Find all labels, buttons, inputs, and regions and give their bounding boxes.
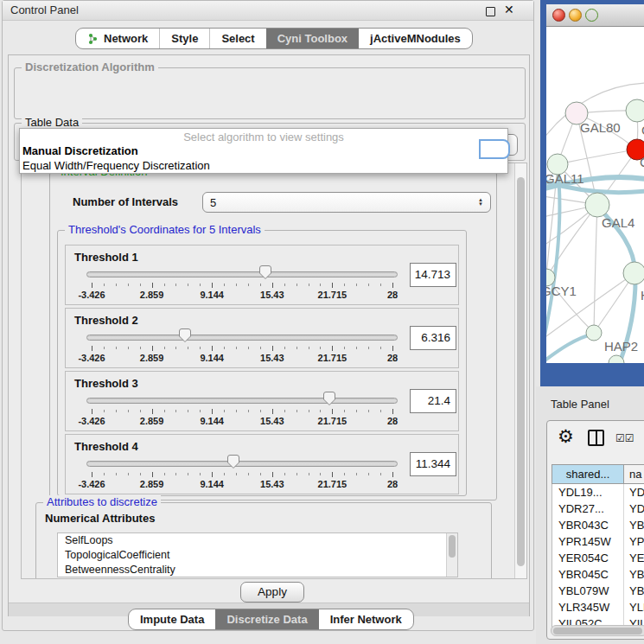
slider-track[interactable] <box>86 398 398 404</box>
numerical-attributes-list[interactable]: SelfLoopsTopologicalCoefficientBetweenne… <box>57 532 458 577</box>
tick-label: 15.43 <box>248 353 296 363</box>
tab-label: Infer Network <box>330 613 402 626</box>
cell-name[interactable]: YDR2 <box>624 501 644 517</box>
slider-ticks <box>66 283 458 290</box>
gear-icon[interactable]: ⚙ <box>558 426 574 447</box>
list-scrollbar[interactable] <box>446 533 457 577</box>
tab-infer-network[interactable]: Infer Network <box>319 609 413 629</box>
interval-definition-group: Interval Definition Number of Intervals … <box>49 172 497 501</box>
cell-name[interactable]: YER0 <box>624 550 644 566</box>
tick-label: -3.426 <box>67 353 116 363</box>
tab-style[interactable]: Style <box>159 29 209 48</box>
table-row[interactable]: YER054CYER0 <box>552 550 644 566</box>
cell-name[interactable]: YBL0 <box>624 583 644 599</box>
slider-track[interactable] <box>86 271 398 277</box>
column-header-shared-name[interactable]: shared... <box>552 465 624 483</box>
slider-thumb[interactable] <box>258 265 272 280</box>
slider-ticks <box>66 409 458 416</box>
table-row[interactable]: YBR043CYBR0 <box>552 517 644 533</box>
cell-shared-name[interactable]: YBR045C <box>552 566 624 583</box>
table-horizontal-scrollbar[interactable] <box>551 625 644 636</box>
tab-network[interactable]: Network <box>76 29 159 48</box>
tick-label: 9.144 <box>188 353 236 363</box>
number-of-intervals-combobox[interactable]: 5 ▲▼ <box>202 192 491 213</box>
threshold-value-field[interactable]: 11.344 <box>410 452 456 476</box>
cell-name[interactable]: YDL1 <box>624 484 644 501</box>
tick-label: 21.715 <box>308 353 356 363</box>
network-node-hap2[interactable] <box>586 325 602 341</box>
tick-label: -3.426 <box>67 479 116 489</box>
threshold-value-field[interactable]: 21.4 <box>410 389 456 413</box>
algorithm-combobox-focus-ring[interactable] <box>479 139 510 159</box>
cell-name[interactable]: YBR0 <box>624 566 644 583</box>
dropdown-option-equal-width[interactable]: Equal Width/Frequency Discretization <box>22 159 210 172</box>
list-scrollbar-thumb[interactable] <box>449 535 456 558</box>
columns-icon[interactable] <box>588 430 604 446</box>
tab-label: Cyni Toolbox <box>277 32 348 45</box>
network-node-h[interactable] <box>623 262 644 284</box>
float-window-icon[interactable] <box>486 7 495 16</box>
slider-thumb[interactable] <box>178 328 192 343</box>
table-horizontal-scrollbar-thumb[interactable] <box>553 628 642 634</box>
table-row[interactable]: YDR27...YDR2 <box>552 501 644 517</box>
panel-scrollbar-thumb[interactable] <box>517 177 525 566</box>
tick-label: -3.426 <box>67 290 116 300</box>
checkbox-icons[interactable]: ☑☑ <box>615 432 634 444</box>
node-label-hap2: HAP2 <box>604 339 638 354</box>
network-edge[interactable] <box>546 205 597 277</box>
numerical-attributes-label: Numerical Attributes <box>45 512 155 525</box>
cell-shared-name[interactable]: YLR345W <box>552 599 624 615</box>
cell-shared-name[interactable]: YDL19... <box>552 484 624 501</box>
dropdown-option-manual[interactable]: Manual Discretization <box>22 144 138 157</box>
apply-button[interactable]: Apply <box>240 582 304 603</box>
cell-shared-name[interactable]: YBR043C <box>552 517 624 533</box>
network-node-top-right[interactable] <box>626 99 644 122</box>
tick-label: -3.426 <box>67 416 116 426</box>
tab-select[interactable]: Select <box>209 29 265 48</box>
tab-discretize-data[interactable]: Discretize Data <box>215 609 318 629</box>
network-canvas[interactable]: GAL80GCGAL11GAL4GCY1HHAP2 <box>546 27 644 363</box>
slider-thumb[interactable] <box>226 454 240 469</box>
network-edge[interactable] <box>546 334 594 363</box>
attribute-item-selfloops[interactable]: SelfLoops <box>58 533 457 548</box>
cell-name[interactable]: YPR1 <box>624 533 644 550</box>
attribute-item-topologicalcoefficient[interactable]: TopologicalCoefficient <box>58 548 457 563</box>
slider-thumb[interactable] <box>322 391 336 406</box>
tick-label: 21.715 <box>308 416 356 426</box>
slider-ticks <box>66 472 458 479</box>
slider-track[interactable] <box>86 335 398 341</box>
close-window-button[interactable] <box>552 9 565 22</box>
threshold-value-field[interactable]: 14.713 <box>410 263 456 287</box>
attribute-item-betweennesscentrality[interactable]: BetweennessCentrality <box>58 563 457 577</box>
table-row[interactable]: YBL079WYBL0 <box>552 583 644 599</box>
minimize-window-button[interactable] <box>569 9 582 22</box>
network-node-gal4[interactable] <box>585 193 609 217</box>
threshold-value-field[interactable]: 6.316 <box>410 326 456 350</box>
table-row[interactable]: YBR045CYBR0 <box>552 566 644 583</box>
panel-scrollbar[interactable] <box>514 163 526 578</box>
cell-shared-name[interactable]: YBL079W <box>552 583 624 599</box>
cell-shared-name[interactable]: YPR145W <box>552 533 624 550</box>
tab-impute-data[interactable]: Impute Data <box>129 609 215 629</box>
tab-label: Select <box>221 32 254 45</box>
cell-name[interactable]: YBR0 <box>624 517 644 533</box>
tick-label: 21.715 <box>308 479 356 489</box>
cell-shared-name[interactable]: YDR27... <box>552 501 624 517</box>
slider-ticks <box>66 346 458 353</box>
network-edge[interactable] <box>558 150 637 164</box>
table-row[interactable]: YLR345WYLR3 <box>552 599 644 615</box>
tab-jactivemnodules[interactable]: jActiveMNodules <box>359 29 472 48</box>
table-row[interactable]: YDL19...YDL1 <box>552 484 644 501</box>
zoom-window-button[interactable] <box>585 9 598 22</box>
slider-track[interactable] <box>86 461 398 467</box>
tab-cyni-toolbox[interactable]: Cyni Toolbox <box>266 29 359 48</box>
cell-name[interactable]: YLR3 <box>624 599 644 615</box>
tick-label: 21.715 <box>308 290 356 300</box>
close-panel-icon[interactable]: ✕ <box>504 3 514 16</box>
network-edge[interactable] <box>594 205 597 333</box>
table-row[interactable]: YPR145WYPR1 <box>552 533 644 550</box>
number-of-intervals-value: 5 <box>210 196 216 209</box>
attributes-group: Attributes to discretize Numerical Attri… <box>35 502 492 579</box>
cell-shared-name[interactable]: YER054C <box>552 550 624 566</box>
column-header-name[interactable]: na <box>624 465 644 483</box>
